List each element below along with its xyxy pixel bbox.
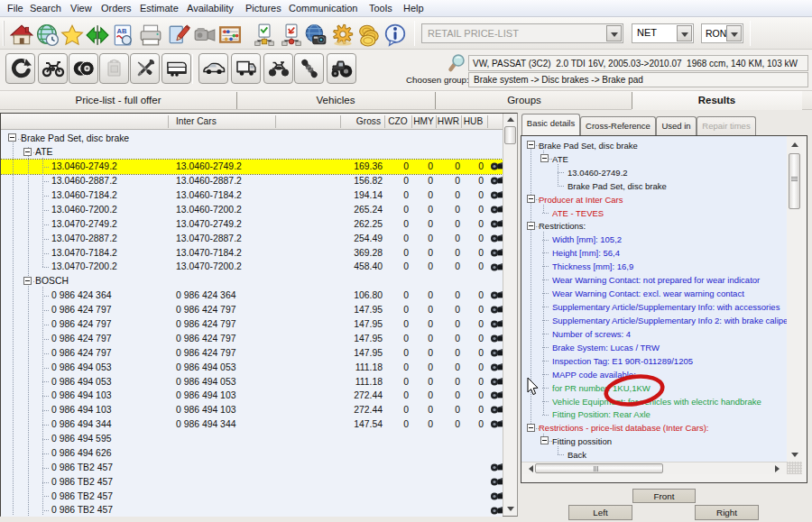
svg-text:AB: AB xyxy=(117,27,127,35)
